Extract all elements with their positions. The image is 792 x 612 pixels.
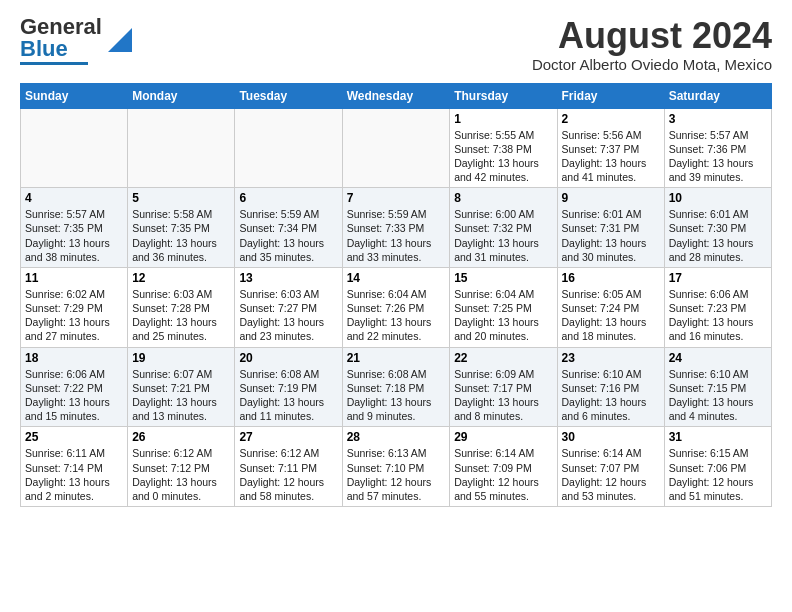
logo-underline — [20, 62, 88, 65]
day-number: 25 — [25, 430, 123, 444]
day-number: 2 — [562, 112, 660, 126]
day-number: 3 — [669, 112, 767, 126]
calendar-cell: 22Sunrise: 6:09 AM Sunset: 7:17 PM Dayli… — [450, 347, 557, 427]
day-info: Sunrise: 6:12 AM Sunset: 7:12 PM Dayligh… — [132, 447, 217, 502]
calendar-cell: 25Sunrise: 6:11 AM Sunset: 7:14 PM Dayli… — [21, 427, 128, 507]
day-number: 28 — [347, 430, 446, 444]
calendar-cell — [235, 108, 342, 188]
calendar-cell: 5Sunrise: 5:58 AM Sunset: 7:35 PM Daylig… — [128, 188, 235, 268]
day-info: Sunrise: 6:04 AM Sunset: 7:26 PM Dayligh… — [347, 288, 432, 343]
logo: GeneralBlue — [20, 16, 132, 65]
calendar-cell: 19Sunrise: 6:07 AM Sunset: 7:21 PM Dayli… — [128, 347, 235, 427]
calendar-week-row: 25Sunrise: 6:11 AM Sunset: 7:14 PM Dayli… — [21, 427, 772, 507]
day-number: 29 — [454, 430, 552, 444]
calendar-cell: 14Sunrise: 6:04 AM Sunset: 7:26 PM Dayli… — [342, 267, 450, 347]
calendar-cell: 4Sunrise: 5:57 AM Sunset: 7:35 PM Daylig… — [21, 188, 128, 268]
calendar-cell: 6Sunrise: 5:59 AM Sunset: 7:34 PM Daylig… — [235, 188, 342, 268]
calendar-cell: 12Sunrise: 6:03 AM Sunset: 7:28 PM Dayli… — [128, 267, 235, 347]
day-number: 1 — [454, 112, 552, 126]
day-number: 26 — [132, 430, 230, 444]
day-number: 8 — [454, 191, 552, 205]
calendar-cell: 11Sunrise: 6:02 AM Sunset: 7:29 PM Dayli… — [21, 267, 128, 347]
day-info: Sunrise: 6:04 AM Sunset: 7:25 PM Dayligh… — [454, 288, 539, 343]
day-number: 21 — [347, 351, 446, 365]
calendar-cell: 27Sunrise: 6:12 AM Sunset: 7:11 PM Dayli… — [235, 427, 342, 507]
calendar-cell — [342, 108, 450, 188]
day-number: 15 — [454, 271, 552, 285]
calendar-cell: 29Sunrise: 6:14 AM Sunset: 7:09 PM Dayli… — [450, 427, 557, 507]
svg-marker-0 — [108, 28, 132, 52]
day-number: 31 — [669, 430, 767, 444]
calendar-day-header: Tuesday — [235, 83, 342, 108]
day-info: Sunrise: 6:14 AM Sunset: 7:07 PM Dayligh… — [562, 447, 647, 502]
calendar-day-header: Sunday — [21, 83, 128, 108]
day-info: Sunrise: 6:08 AM Sunset: 7:19 PM Dayligh… — [239, 368, 324, 423]
day-number: 14 — [347, 271, 446, 285]
day-info: Sunrise: 6:06 AM Sunset: 7:22 PM Dayligh… — [25, 368, 110, 423]
day-info: Sunrise: 5:58 AM Sunset: 7:35 PM Dayligh… — [132, 208, 217, 263]
calendar-cell: 21Sunrise: 6:08 AM Sunset: 7:18 PM Dayli… — [342, 347, 450, 427]
calendar-day-header: Wednesday — [342, 83, 450, 108]
calendar-cell: 18Sunrise: 6:06 AM Sunset: 7:22 PM Dayli… — [21, 347, 128, 427]
day-number: 10 — [669, 191, 767, 205]
calendar-cell: 26Sunrise: 6:12 AM Sunset: 7:12 PM Dayli… — [128, 427, 235, 507]
calendar-header-row: SundayMondayTuesdayWednesdayThursdayFrid… — [21, 83, 772, 108]
calendar-day-header: Saturday — [664, 83, 771, 108]
day-number: 11 — [25, 271, 123, 285]
day-info: Sunrise: 5:57 AM Sunset: 7:35 PM Dayligh… — [25, 208, 110, 263]
calendar-cell — [128, 108, 235, 188]
calendar-body: 1Sunrise: 5:55 AM Sunset: 7:38 PM Daylig… — [21, 108, 772, 506]
day-number: 20 — [239, 351, 337, 365]
calendar-table: SundayMondayTuesdayWednesdayThursdayFrid… — [20, 83, 772, 507]
calendar-cell: 2Sunrise: 5:56 AM Sunset: 7:37 PM Daylig… — [557, 108, 664, 188]
calendar-cell: 9Sunrise: 6:01 AM Sunset: 7:31 PM Daylig… — [557, 188, 664, 268]
day-info: Sunrise: 6:03 AM Sunset: 7:28 PM Dayligh… — [132, 288, 217, 343]
day-info: Sunrise: 6:07 AM Sunset: 7:21 PM Dayligh… — [132, 368, 217, 423]
day-info: Sunrise: 6:14 AM Sunset: 7:09 PM Dayligh… — [454, 447, 539, 502]
day-number: 22 — [454, 351, 552, 365]
calendar-cell: 13Sunrise: 6:03 AM Sunset: 7:27 PM Dayli… — [235, 267, 342, 347]
day-info: Sunrise: 5:56 AM Sunset: 7:37 PM Dayligh… — [562, 129, 647, 184]
day-number: 7 — [347, 191, 446, 205]
calendar-week-row: 1Sunrise: 5:55 AM Sunset: 7:38 PM Daylig… — [21, 108, 772, 188]
day-number: 6 — [239, 191, 337, 205]
day-number: 12 — [132, 271, 230, 285]
day-info: Sunrise: 6:06 AM Sunset: 7:23 PM Dayligh… — [669, 288, 754, 343]
day-info: Sunrise: 6:15 AM Sunset: 7:06 PM Dayligh… — [669, 447, 754, 502]
day-number: 9 — [562, 191, 660, 205]
day-info: Sunrise: 6:00 AM Sunset: 7:32 PM Dayligh… — [454, 208, 539, 263]
day-number: 27 — [239, 430, 337, 444]
day-info: Sunrise: 6:10 AM Sunset: 7:16 PM Dayligh… — [562, 368, 647, 423]
day-number: 13 — [239, 271, 337, 285]
day-number: 18 — [25, 351, 123, 365]
day-info: Sunrise: 5:57 AM Sunset: 7:36 PM Dayligh… — [669, 129, 754, 184]
day-info: Sunrise: 6:09 AM Sunset: 7:17 PM Dayligh… — [454, 368, 539, 423]
calendar-cell — [21, 108, 128, 188]
calendar-cell: 23Sunrise: 6:10 AM Sunset: 7:16 PM Dayli… — [557, 347, 664, 427]
day-number: 30 — [562, 430, 660, 444]
day-info: Sunrise: 6:10 AM Sunset: 7:15 PM Dayligh… — [669, 368, 754, 423]
calendar-week-row: 4Sunrise: 5:57 AM Sunset: 7:35 PM Daylig… — [21, 188, 772, 268]
calendar-cell: 10Sunrise: 6:01 AM Sunset: 7:30 PM Dayli… — [664, 188, 771, 268]
calendar-cell: 24Sunrise: 6:10 AM Sunset: 7:15 PM Dayli… — [664, 347, 771, 427]
location-subtitle: Doctor Alberto Oviedo Mota, Mexico — [532, 56, 772, 73]
day-info: Sunrise: 6:08 AM Sunset: 7:18 PM Dayligh… — [347, 368, 432, 423]
calendar-cell: 16Sunrise: 6:05 AM Sunset: 7:24 PM Dayli… — [557, 267, 664, 347]
day-number: 17 — [669, 271, 767, 285]
day-info: Sunrise: 6:01 AM Sunset: 7:31 PM Dayligh… — [562, 208, 647, 263]
day-info: Sunrise: 6:03 AM Sunset: 7:27 PM Dayligh… — [239, 288, 324, 343]
day-info: Sunrise: 6:05 AM Sunset: 7:24 PM Dayligh… — [562, 288, 647, 343]
calendar-day-header: Friday — [557, 83, 664, 108]
day-info: Sunrise: 6:01 AM Sunset: 7:30 PM Dayligh… — [669, 208, 754, 263]
day-info: Sunrise: 6:13 AM Sunset: 7:10 PM Dayligh… — [347, 447, 432, 502]
calendar-cell: 30Sunrise: 6:14 AM Sunset: 7:07 PM Dayli… — [557, 427, 664, 507]
calendar-cell: 1Sunrise: 5:55 AM Sunset: 7:38 PM Daylig… — [450, 108, 557, 188]
day-info: Sunrise: 6:12 AM Sunset: 7:11 PM Dayligh… — [239, 447, 324, 502]
day-number: 5 — [132, 191, 230, 205]
calendar-cell: 17Sunrise: 6:06 AM Sunset: 7:23 PM Dayli… — [664, 267, 771, 347]
day-info: Sunrise: 6:02 AM Sunset: 7:29 PM Dayligh… — [25, 288, 110, 343]
day-number: 16 — [562, 271, 660, 285]
day-number: 24 — [669, 351, 767, 365]
day-number: 19 — [132, 351, 230, 365]
calendar-cell: 31Sunrise: 6:15 AM Sunset: 7:06 PM Dayli… — [664, 427, 771, 507]
